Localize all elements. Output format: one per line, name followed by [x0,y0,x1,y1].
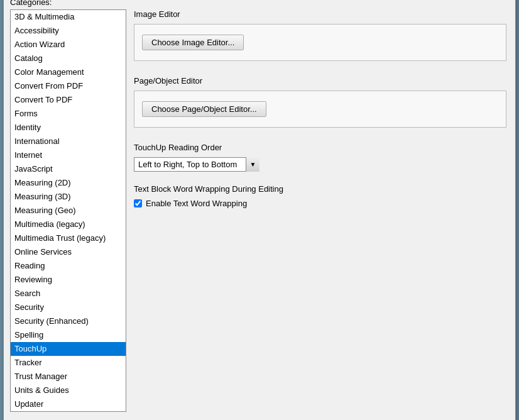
listbox-item-measuring-2d[interactable]: Measuring (2D) [11,176,126,190]
listbox-item-security-enhanced[interactable]: Security (Enhanced) [11,314,126,328]
categories-listbox[interactable]: 3D & MultimediaAccessibilityAction Wizar… [10,9,126,412]
reading-order-dropdown[interactable]: Left to Right, Top to BottomRight to Lef… [134,157,260,172]
listbox-item-online-services[interactable]: Online Services [11,245,126,259]
listbox-item-color-management[interactable]: Color Management [11,65,126,79]
listbox-item-reading[interactable]: Reading [11,259,126,273]
listbox-item-measuring-3d[interactable]: Measuring (3D) [11,190,126,204]
listbox-item-reviewing[interactable]: Reviewing [11,273,126,287]
listbox-item-multimedia-trust-legacy[interactable]: Multimedia Trust (legacy) [11,231,126,245]
listbox-item-accessibility[interactable]: Accessibility [11,24,126,38]
enable-word-wrap-checkbox-label: Enable Text Word Wrapping [146,199,247,208]
reading-order-dropdown-container: Left to Right, Top to BottomRight to Lef… [134,157,260,172]
content-area: 3D & MultimediaAccessibilityAction Wizar… [10,9,509,412]
listbox-item-tracker[interactable]: Tracker [11,356,126,370]
dialog-body: Categories: 3D & MultimediaAccessibility… [4,0,515,418]
text-block-word-wrapping-label: Text Block Word Wrapping During Editing [134,184,506,194]
page-object-editor-label: Page/Object Editor [134,76,506,86]
listbox-item-updater[interactable]: Updater [11,397,126,411]
listbox-item-javascript[interactable]: JavaScript [11,162,126,176]
right-panel: Image Editor Choose Image Editor... Page… [131,9,509,412]
listbox-item-units-guides[interactable]: Units & Guides [11,384,126,397]
listbox-item-touchup[interactable]: TouchUp [11,342,126,356]
page-object-editor-section: Page/Object Editor Choose Page/Object Ed… [134,76,506,130]
choose-image-editor-button[interactable]: Choose Image Editor... [142,35,244,50]
listbox-item-security[interactable]: Security [11,301,126,314]
preferences-dialog: Preferences ✕ Categories: 3D & Multimedi… [3,0,516,420]
text-block-word-wrapping-section: Text Block Word Wrapping During Editing … [134,184,506,208]
left-panel: 3D & MultimediaAccessibilityAction Wizar… [10,9,126,412]
image-editor-label: Image Editor [134,9,506,19]
listbox-item-convert-from-pdf[interactable]: Convert From PDF [11,79,126,93]
listbox-item-search[interactable]: Search [11,287,126,301]
listbox-item-action-wizard[interactable]: Action Wizard [11,38,126,52]
listbox-item-catalog[interactable]: Catalog [11,52,126,65]
listbox-item-spelling[interactable]: Spelling [11,328,126,342]
listbox-item-identity[interactable]: Identity [11,121,126,135]
listbox-item-3d-multimedia[interactable]: 3D & Multimedia [11,10,126,24]
touchup-reading-order-section: TouchUp Reading Order Left to Right, Top… [134,143,506,172]
listbox-item-convert-to-pdf[interactable]: Convert To PDF [11,93,126,107]
listbox-item-forms[interactable]: Forms [11,107,126,121]
categories-label: Categories: [10,0,509,7]
choose-page-object-editor-button[interactable]: Choose Page/Object Editor... [142,101,266,117]
touchup-reading-order-label: TouchUp Reading Order [134,143,506,152]
enable-word-wrap-checkbox[interactable] [134,199,142,207]
enable-word-wrap-row: Enable Text Word Wrapping [134,199,506,208]
listbox-item-trust-manager[interactable]: Trust Manager [11,370,126,384]
listbox-item-international[interactable]: International [11,135,126,148]
listbox-item-multimedia-legacy[interactable]: Multimedia (legacy) [11,218,126,231]
listbox-item-internet[interactable]: Internet [11,148,126,162]
image-editor-section: Image Editor Choose Image Editor... [134,9,506,64]
page-object-editor-box: Choose Page/Object Editor... [134,91,506,128]
image-editor-box: Choose Image Editor... [134,24,506,61]
listbox-item-measuring-geo[interactable]: Measuring (Geo) [11,204,126,218]
